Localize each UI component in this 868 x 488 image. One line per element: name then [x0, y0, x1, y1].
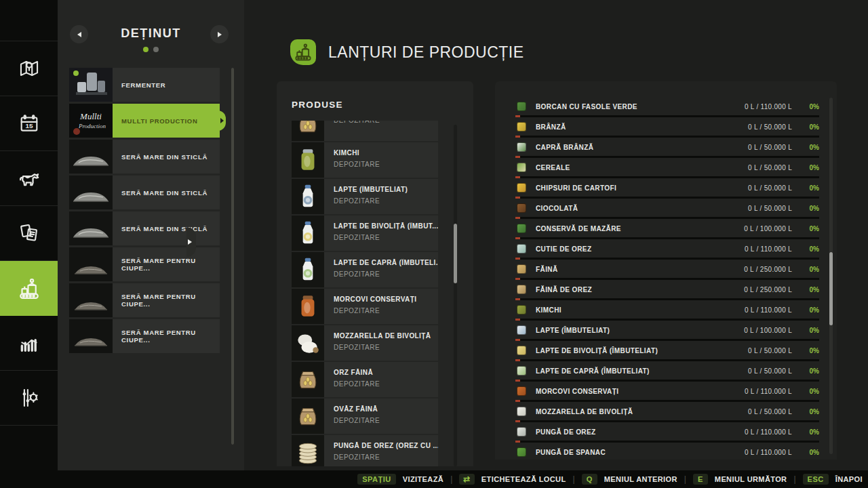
- storage-row[interactable]: MOZZARELLA DE BIVOLIȚĂ 0 L / 50.000 L 0%: [515, 403, 819, 423]
- product-item[interactable]: KIMCHI DEPOZITARE: [292, 142, 438, 178]
- storage-row[interactable]: LAPTE DE CAPRĂ (ÎMBUTELIAT) 0 L / 50.000…: [515, 362, 819, 382]
- storage-fill-value: 0 L / 50.000 L: [748, 408, 792, 415]
- statistics-icon: [18, 331, 41, 354]
- storage-product-name: PUNGĂ DE OREZ: [536, 428, 596, 436]
- storage-fill-bar-marker: [515, 400, 520, 402]
- product-text-area: MORCOVI CONSERVAȚI DEPOZITARE: [324, 289, 438, 324]
- scrollbar-thumb[interactable]: [454, 224, 457, 283]
- product-item[interactable]: OVĂZ FĂINĂ DEPOZITARE: [292, 399, 438, 434]
- product-icon: [517, 183, 526, 192]
- owned-building-item[interactable]: SERĂ MARE DIN STICLĂ: [69, 140, 220, 174]
- owned-list-scrollbar[interactable]: [231, 68, 234, 445]
- storage-row[interactable]: PUNGĂ DE SPANAC 0 L / 110.000 L 0%: [515, 443, 819, 460]
- storage-fill-value: 0 L / 110.000 L: [745, 245, 792, 253]
- owned-building-item[interactable]: SERĂ MARE PENTRU CIUPE...: [69, 283, 220, 317]
- storage-row[interactable]: PUNGĂ DE OREZ 0 L / 110.000 L 0%: [515, 423, 819, 443]
- products-scrollbar[interactable]: [454, 125, 457, 466]
- storage-row[interactable]: CONSERVĂ DE MAZĂRE 0 L / 100.000 L 0%: [515, 220, 819, 240]
- storage-fill-bar-marker: [515, 258, 520, 260]
- storage-fill-bar: [515, 420, 819, 422]
- left-nav-rail: 15: [0, 0, 58, 470]
- storage-fill-bar-marker: [515, 319, 520, 321]
- storage-fill-percent: 0%: [810, 144, 819, 151]
- storage-row[interactable]: FĂINĂ 0 L / 250.000 L 0%: [515, 260, 819, 281]
- product-item[interactable]: PUNGĂ DE OREZ (OREZ CU ... DEPOZITARE: [292, 435, 438, 466]
- product-thumbnail: [292, 142, 324, 178]
- storage-row[interactable]: BORCAN CU FASOLE VERDE 0 L / 110.000 L 0…: [515, 98, 819, 118]
- nav-statistics[interactable]: [0, 316, 58, 371]
- product-name: LAPTE DE CAPRĂ (ÎMBUTELI...: [334, 259, 438, 266]
- building-label-area: SERĂ MARE DIN STICLĂ: [113, 140, 220, 174]
- owned-building-item[interactable]: SERĂ MARE DIN STICLĂ: [69, 176, 220, 209]
- owned-building-item[interactable]: SERĂ MARE PENTRU CIUPE...: [69, 247, 220, 281]
- building-thumbnail: [69, 211, 113, 245]
- product-item[interactable]: LAPTE (ÎMBUTELIAT) DEPOZITARE: [292, 179, 438, 214]
- storage-panel: BORCAN CU FASOLE VERDE 0 L / 110.000 L 0…: [495, 81, 837, 460]
- hotkey-item[interactable]: E MENIUL URMĂTOR |: [693, 474, 803, 485]
- svg-text:15: 15: [25, 122, 33, 129]
- hotkey-item[interactable]: ESC ÎNAPOI |: [803, 474, 863, 485]
- storage-product-name: MOZZARELLA DE BIVOLIȚĂ: [536, 408, 633, 415]
- product-icon: [517, 244, 526, 253]
- product-item[interactable]: MOZZARELLA DE BIVOLIȚĂ DEPOZITARE: [292, 325, 438, 361]
- page-title: LANȚURI DE PRODUCȚIE: [328, 43, 524, 62]
- building-name: SERĂ MARE PENTRU CIUPE...: [121, 257, 220, 272]
- owned-building-item[interactable]: FERMENTER: [69, 68, 220, 102]
- storage-fill-percent: 0%: [810, 266, 819, 273]
- nav-production-chains[interactable]: [0, 261, 58, 316]
- storage-row[interactable]: CUTIE DE OREZ 0 L / 110.000 L 0%: [515, 240, 819, 260]
- hotkey-item[interactable]: ⇄ ETICHETEAZĂ LOCUL |: [459, 474, 581, 485]
- owned-building-item[interactable]: MulltiProduction MULLTI PRODUCTION: [69, 104, 220, 138]
- product-storage-label: DEPOZITARE: [334, 380, 438, 388]
- owned-next-page-button[interactable]: [210, 25, 229, 43]
- product-item[interactable]: ORZ FĂINĂ DEPOZITARE: [292, 362, 438, 397]
- key-action-label: VIZITEAZĂ: [403, 475, 443, 483]
- products-panel-title: PRODUSE: [277, 81, 473, 110]
- scrollbar-thumb[interactable]: [829, 252, 833, 325]
- product-item[interactable]: MORCOVI CONSERVAȚI DEPOZITARE: [292, 289, 438, 324]
- hotkey-item[interactable]: SPAȚIU VIZITEAZĂ |: [357, 474, 459, 485]
- storage-row[interactable]: CEREALE 0 L / 50.000 L 0%: [515, 159, 819, 179]
- key-badge: ESC: [803, 474, 829, 485]
- owned-prev-page-button[interactable]: [70, 25, 88, 43]
- storage-fill-percent: 0%: [810, 164, 819, 171]
- storage-row[interactable]: CAPRĂ BRÂNZĂ 0 L / 50.000 L 0%: [515, 138, 819, 159]
- product-name: PUNGĂ DE OREZ (OREZ CU ...: [334, 442, 438, 449]
- scrollbar-thumb[interactable]: [231, 68, 234, 445]
- product-icon: [517, 102, 526, 111]
- owned-building-item[interactable]: SERĂ MARE PENTRU CIUPE...: [69, 319, 220, 353]
- storage-row[interactable]: FĂINĂ DE OREZ 0 L / 250.000 L 0%: [515, 281, 819, 301]
- product-item[interactable]: LAPTE DE CAPRĂ (ÎMBUTELI... DEPOZITARE: [292, 252, 438, 287]
- product-thumbnail: [292, 325, 324, 361]
- storage-row[interactable]: LAPTE DE BIVOLIȚĂ (ÎMBUTELIAT) 0 L / 50.…: [515, 342, 819, 362]
- nav-animals[interactable]: [0, 151, 58, 206]
- page-header: LANȚURI DE PRODUCȚIE: [290, 39, 524, 65]
- storage-scrollbar[interactable]: [829, 98, 833, 454]
- owned-building-item[interactable]: SERĂ MARE DIN STICLĂ: [69, 211, 220, 245]
- hotkey-separator: |: [573, 474, 575, 484]
- storage-row[interactable]: CIOCOLATĂ 0 L / 50.000 L 0%: [515, 199, 819, 220]
- storage-fill-value: 0 L / 110.000 L: [745, 103, 792, 110]
- product-item[interactable]: LAPTE DE BIVOLIȚĂ (ÎMBUT... DEPOZITARE: [292, 216, 438, 251]
- product-storage-label: DEPOZITARE: [334, 417, 438, 424]
- storage-row[interactable]: BRÂNZĂ 0 L / 50.000 L 0%: [515, 118, 819, 138]
- storage-row[interactable]: CHIPSURI DE CARTOFI 0 L / 50.000 L 0%: [515, 179, 819, 199]
- product-thumbnail: [292, 121, 324, 141]
- storage-fill-bar-marker: [515, 176, 520, 178]
- product-icon: [517, 142, 526, 152]
- storage-fill-bar-marker: [515, 237, 520, 239]
- storage-row[interactable]: LAPTE (ÎMBUTELIAT) 0 L / 100.000 L 0%: [515, 321, 819, 342]
- nav-calendar[interactable]: 15: [0, 96, 58, 151]
- storage-fill-percent: 0%: [810, 367, 819, 375]
- storage-row[interactable]: KIMCHI 0 L / 110.000 L 0%: [515, 301, 819, 321]
- nav-contracts[interactable]: [0, 206, 58, 261]
- storage-row[interactable]: MORCOVI CONSERVAȚI 0 L / 110.000 L 0%: [515, 382, 819, 403]
- product-thumbnail: [292, 289, 324, 324]
- nav-map[interactable]: [0, 41, 58, 96]
- nav-settings[interactable]: [0, 371, 58, 426]
- storage-fill-bar: [515, 298, 819, 300]
- hotkey-item[interactable]: Q MENIUL ANTERIOR |: [582, 474, 693, 485]
- product-item[interactable]: DEPOZITARE: [292, 121, 438, 141]
- hotkey-bar: SPAȚIU VIZITEAZĂ | ⇄ ETICHETEAZĂ LOCUL |…: [0, 470, 868, 488]
- product-text-area: DEPOZITARE: [324, 121, 438, 141]
